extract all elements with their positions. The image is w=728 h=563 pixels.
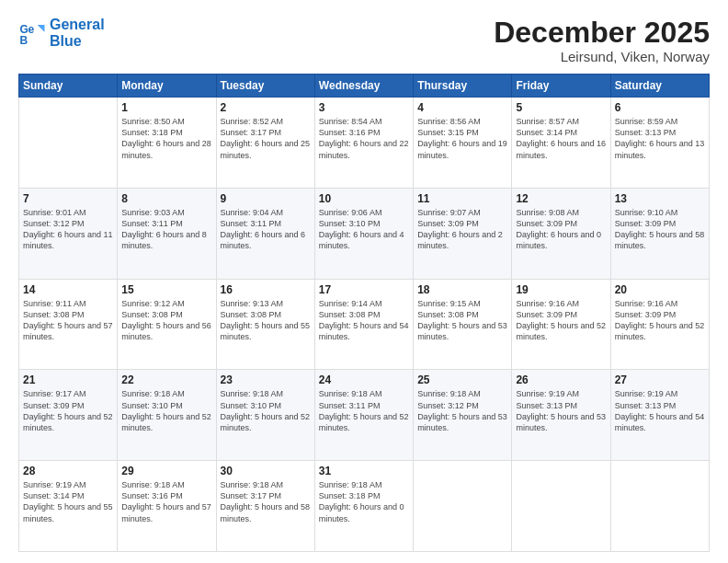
calendar-table: SundayMondayTuesdayWednesdayThursdayFrid…: [18, 74, 710, 552]
calendar-cell: 3Sunrise: 8:54 AMSunset: 3:16 PMDaylight…: [314, 98, 413, 189]
calendar-cell: 20Sunrise: 9:16 AMSunset: 3:09 PMDayligh…: [610, 279, 709, 370]
svg-text:e: e: [28, 23, 35, 36]
calendar-cell: 8Sunrise: 9:03 AMSunset: 3:11 PMDaylight…: [118, 188, 216, 279]
cell-info: Sunrise: 9:18 AMSunset: 3:16 PMDaylight:…: [121, 479, 211, 524]
cell-date: 17: [319, 283, 409, 296]
calendar-cell: 22Sunrise: 9:18 AMSunset: 3:10 PMDayligh…: [118, 370, 216, 461]
calendar-cell: 11Sunrise: 9:07 AMSunset: 3:09 PMDayligh…: [414, 188, 512, 279]
calendar-cell: 14Sunrise: 9:11 AMSunset: 3:08 PMDayligh…: [19, 279, 118, 370]
calendar-week-4: 21Sunrise: 9:17 AMSunset: 3:09 PMDayligh…: [19, 370, 710, 461]
cell-date: 15: [121, 283, 211, 296]
cell-date: 24: [319, 373, 409, 386]
cell-date: 9: [221, 192, 311, 205]
header-day-monday: Monday: [118, 75, 216, 98]
page-title: December 2025: [494, 17, 710, 49]
svg-marker-4: [38, 25, 45, 32]
cell-date: 12: [516, 192, 606, 205]
cell-date: 2: [221, 101, 311, 114]
cell-info: Sunrise: 9:18 AMSunset: 3:17 PMDaylight:…: [221, 479, 311, 524]
calendar-cell: 19Sunrise: 9:16 AMSunset: 3:09 PMDayligh…: [512, 279, 610, 370]
cell-info: Sunrise: 9:15 AMSunset: 3:08 PMDaylight:…: [417, 298, 507, 343]
cell-date: 18: [417, 283, 507, 296]
calendar-cell: 1Sunrise: 8:50 AMSunset: 3:18 PMDaylight…: [118, 98, 216, 189]
cell-info: Sunrise: 8:54 AMSunset: 3:16 PMDaylight:…: [319, 116, 409, 161]
cell-date: 20: [615, 283, 705, 296]
cell-date: 8: [121, 192, 211, 205]
cell-info: Sunrise: 9:04 AMSunset: 3:11 PMDaylight:…: [221, 207, 311, 252]
calendar-cell: [19, 98, 118, 189]
cell-date: 28: [23, 465, 113, 477]
cell-info: Sunrise: 9:01 AMSunset: 3:12 PMDaylight:…: [23, 207, 113, 252]
cell-date: 27: [615, 373, 705, 386]
cell-info: Sunrise: 9:10 AMSunset: 3:09 PMDaylight:…: [615, 207, 705, 252]
cell-info: Sunrise: 9:19 AMSunset: 3:14 PMDaylight:…: [23, 479, 113, 524]
calendar-cell: 12Sunrise: 9:08 AMSunset: 3:09 PMDayligh…: [512, 188, 610, 279]
calendar-cell: 6Sunrise: 8:59 AMSunset: 3:13 PMDaylight…: [610, 98, 709, 189]
cell-info: Sunrise: 9:14 AMSunset: 3:08 PMDaylight:…: [319, 298, 409, 343]
cell-info: Sunrise: 9:03 AMSunset: 3:11 PMDaylight:…: [121, 207, 211, 252]
cell-info: Sunrise: 9:19 AMSunset: 3:13 PMDaylight:…: [615, 388, 705, 433]
cell-info: Sunrise: 9:06 AMSunset: 3:10 PMDaylight:…: [319, 207, 409, 252]
cell-info: Sunrise: 9:13 AMSunset: 3:08 PMDaylight:…: [221, 298, 311, 343]
cell-info: Sunrise: 9:18 AMSunset: 3:12 PMDaylight:…: [417, 388, 507, 433]
calendar-cell: 10Sunrise: 9:06 AMSunset: 3:10 PMDayligh…: [314, 188, 413, 279]
calendar-cell: 17Sunrise: 9:14 AMSunset: 3:08 PMDayligh…: [314, 279, 413, 370]
calendar-cell: 27Sunrise: 9:19 AMSunset: 3:13 PMDayligh…: [610, 370, 709, 461]
cell-date: 29: [121, 465, 211, 477]
calendar-week-1: 1Sunrise: 8:50 AMSunset: 3:18 PMDaylight…: [19, 98, 710, 189]
calendar-cell: 24Sunrise: 9:18 AMSunset: 3:11 PMDayligh…: [314, 370, 413, 461]
cell-info: Sunrise: 9:11 AMSunset: 3:08 PMDaylight:…: [23, 298, 113, 343]
cell-date: 30: [221, 465, 311, 477]
cell-info: Sunrise: 9:18 AMSunset: 3:18 PMDaylight:…: [319, 479, 409, 524]
header-day-saturday: Saturday: [610, 75, 709, 98]
cell-date: 25: [417, 373, 507, 386]
calendar-cell: 9Sunrise: 9:04 AMSunset: 3:11 PMDaylight…: [216, 188, 314, 279]
calendar-week-5: 28Sunrise: 9:19 AMSunset: 3:14 PMDayligh…: [19, 461, 710, 552]
logo: G e B General Blue: [18, 17, 105, 49]
cell-date: 22: [121, 373, 211, 386]
cell-date: 14: [23, 283, 113, 296]
cell-info: Sunrise: 8:57 AMSunset: 3:14 PMDaylight:…: [516, 116, 606, 161]
calendar-cell: 23Sunrise: 9:18 AMSunset: 3:10 PMDayligh…: [216, 370, 314, 461]
logo-icon: G e B: [18, 19, 46, 47]
calendar-cell: [512, 461, 610, 552]
calendar-cell: [414, 461, 512, 552]
header-day-sunday: Sunday: [19, 75, 118, 98]
calendar-cell: 4Sunrise: 8:56 AMSunset: 3:15 PMDaylight…: [414, 98, 512, 189]
cell-info: Sunrise: 9:18 AMSunset: 3:10 PMDaylight:…: [121, 388, 211, 433]
calendar-cell: 18Sunrise: 9:15 AMSunset: 3:08 PMDayligh…: [414, 279, 512, 370]
cell-info: Sunrise: 9:16 AMSunset: 3:09 PMDaylight:…: [516, 298, 606, 343]
cell-info: Sunrise: 9:08 AMSunset: 3:09 PMDaylight:…: [516, 207, 606, 252]
cell-date: 16: [221, 283, 311, 296]
page-subtitle: Leirsund, Viken, Norway: [494, 49, 710, 64]
cell-date: 3: [319, 101, 409, 114]
cell-info: Sunrise: 8:50 AMSunset: 3:18 PMDaylight:…: [121, 116, 211, 161]
header-day-friday: Friday: [512, 75, 610, 98]
cell-info: Sunrise: 8:52 AMSunset: 3:17 PMDaylight:…: [221, 116, 311, 161]
calendar-cell: 25Sunrise: 9:18 AMSunset: 3:12 PMDayligh…: [414, 370, 512, 461]
cell-date: 5: [516, 101, 606, 114]
calendar-cell: 28Sunrise: 9:19 AMSunset: 3:14 PMDayligh…: [19, 461, 118, 552]
cell-date: 13: [615, 192, 705, 205]
header-day-tuesday: Tuesday: [216, 75, 314, 98]
cell-info: Sunrise: 9:18 AMSunset: 3:11 PMDaylight:…: [319, 388, 409, 433]
calendar-cell: 13Sunrise: 9:10 AMSunset: 3:09 PMDayligh…: [610, 188, 709, 279]
calendar-cell: 15Sunrise: 9:12 AMSunset: 3:08 PMDayligh…: [118, 279, 216, 370]
cell-date: 7: [23, 192, 113, 205]
cell-date: 23: [221, 373, 311, 386]
cell-info: Sunrise: 9:18 AMSunset: 3:10 PMDaylight:…: [221, 388, 311, 433]
calendar-week-3: 14Sunrise: 9:11 AMSunset: 3:08 PMDayligh…: [19, 279, 710, 370]
cell-info: Sunrise: 9:16 AMSunset: 3:09 PMDaylight:…: [615, 298, 705, 343]
cell-date: 26: [516, 373, 606, 386]
page-header: G e B General Blue December 2025 Leirsun…: [18, 17, 710, 64]
logo-line1: General: [50, 17, 105, 33]
cell-date: 11: [417, 192, 507, 205]
cell-date: 1: [121, 101, 211, 114]
calendar-cell: 2Sunrise: 8:52 AMSunset: 3:17 PMDaylight…: [216, 98, 314, 189]
calendar-cell: 31Sunrise: 9:18 AMSunset: 3:18 PMDayligh…: [314, 461, 413, 552]
calendar-cell: 29Sunrise: 9:18 AMSunset: 3:16 PMDayligh…: [118, 461, 216, 552]
calendar-cell: [610, 461, 709, 552]
cell-info: Sunrise: 9:19 AMSunset: 3:13 PMDaylight:…: [516, 388, 606, 433]
calendar-cell: 7Sunrise: 9:01 AMSunset: 3:12 PMDaylight…: [19, 188, 118, 279]
logo-line2: Blue: [50, 33, 105, 50]
